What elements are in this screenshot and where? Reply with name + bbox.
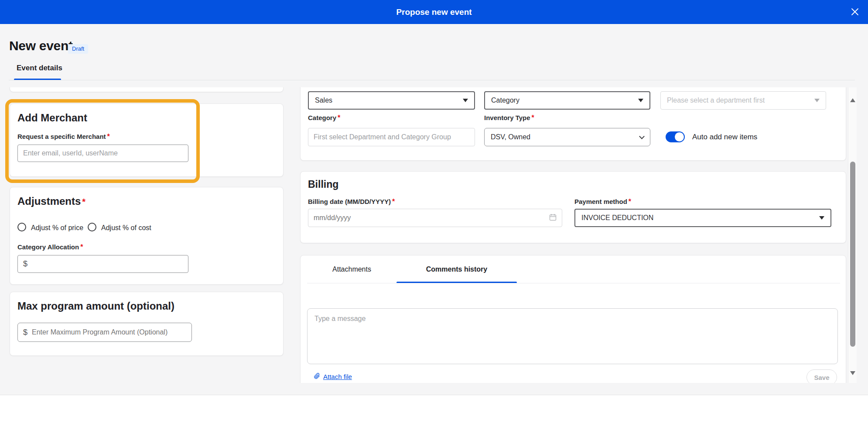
payment-method-label: Payment method xyxy=(574,198,627,205)
department-select-value: Sales xyxy=(315,97,332,104)
chevron-down-icon xyxy=(638,99,643,102)
department-dependent-placeholder: Please select a department first xyxy=(667,97,765,104)
message-textarea[interactable] xyxy=(307,308,838,364)
comments-card-tabs: Attachments Comments history xyxy=(307,255,517,283)
add-merchant-card: Add Merchant Request a specific Merchant… xyxy=(10,103,284,177)
scroll-up-arrow-icon[interactable] xyxy=(850,91,855,95)
auto-add-label: Auto add new items xyxy=(692,133,757,141)
currency-prefix: $ xyxy=(23,259,27,269)
department-select[interactable]: Sales xyxy=(308,91,475,110)
paperclip-icon xyxy=(314,372,320,380)
tab-attachments[interactable]: Attachments xyxy=(307,255,396,283)
close-icon xyxy=(851,8,859,17)
page-title: New event xyxy=(9,38,73,53)
required-asterisk: * xyxy=(392,198,395,205)
calendar-icon[interactable] xyxy=(549,214,557,223)
billing-date-label: Billing date (MM/DD/YYYY) xyxy=(308,198,391,205)
billing-date-input[interactable] xyxy=(314,214,549,222)
merchant-label: Request a specific Merchant xyxy=(17,133,106,140)
merchant-input[interactable] xyxy=(17,145,188,162)
category-allocation-field: $ xyxy=(17,255,188,273)
category-label: Category xyxy=(308,114,336,121)
required-asterisk: * xyxy=(80,243,83,251)
radio-adjust-price[interactable] xyxy=(17,223,26,231)
tab-event-details[interactable]: Event details xyxy=(17,64,62,72)
inventory-type-select[interactable]: DSV, Owned xyxy=(484,128,650,146)
max-program-card: Max program amount (optional) $ xyxy=(10,292,284,356)
max-program-field: $ xyxy=(17,323,192,342)
radio-adjust-cost-label: Adjust % of cost xyxy=(101,224,151,232)
category-group-select[interactable]: Category xyxy=(484,91,650,110)
max-program-input[interactable] xyxy=(32,328,186,336)
inventory-type-value: DSV, Owned xyxy=(491,133,530,141)
chevron-down-icon xyxy=(639,134,645,139)
attach-file-link[interactable]: Attach file xyxy=(314,372,352,380)
tab-divider xyxy=(9,80,855,80)
department-dependent-select[interactable]: Please select a department first xyxy=(660,91,826,110)
category-group-select-value: Category xyxy=(491,97,519,104)
radio-adjust-price-label: Adjust % of price xyxy=(31,224,83,232)
classification-card: Sales Category Please select a departmen… xyxy=(300,87,846,161)
chevron-down-icon xyxy=(814,99,820,102)
status-badge: Draft xyxy=(68,44,88,54)
toggle-knob xyxy=(675,132,684,141)
payment-method-select[interactable]: INVOICE DEDUCTION xyxy=(574,209,831,227)
modal-title: Propose new event xyxy=(396,7,472,17)
required-asterisk: * xyxy=(82,197,85,207)
attach-file-label: Attach file xyxy=(323,373,352,380)
adjustments-card: Adjustments* Adjust % of price Adjust % … xyxy=(10,187,284,285)
radio-adjust-cost[interactable] xyxy=(88,223,96,231)
comments-card: Attachments Comments history Attach file… xyxy=(300,255,846,383)
billing-title: Billing xyxy=(308,179,338,190)
form-scroll-area: Add Merchant Request a specific Merchant… xyxy=(0,87,868,383)
modal-titlebar: Propose new event xyxy=(0,0,868,24)
vertical-scrollbar xyxy=(848,87,857,383)
max-program-title: Max program amount (optional) xyxy=(17,300,174,312)
save-comment-button[interactable]: Save xyxy=(806,369,837,383)
tab-comments-history[interactable]: Comments history xyxy=(396,255,517,283)
clipped-card-top xyxy=(10,87,284,92)
close-button[interactable] xyxy=(848,6,862,18)
adjustments-title: Adjustments xyxy=(17,195,81,207)
inventory-type-label: Inventory Type xyxy=(484,114,530,121)
payment-method-value: INVOICE DEDUCTION xyxy=(581,214,653,222)
billing-card: Billing Billing date (MM/DD/YYYY)* Payme… xyxy=(300,171,846,243)
footer-action-bar: Select items Save draft Submit for revie… xyxy=(0,395,868,424)
category-input[interactable] xyxy=(308,128,475,146)
tabs-divider xyxy=(307,283,840,283)
required-asterisk: * xyxy=(338,114,340,121)
required-asterisk: * xyxy=(107,133,110,140)
scroll-down-arrow-icon[interactable] xyxy=(850,375,855,379)
category-allocation-label: Category Allocation xyxy=(17,243,79,251)
scrollbar-thumb[interactable] xyxy=(850,162,855,347)
required-asterisk: * xyxy=(629,198,631,205)
required-asterisk: * xyxy=(532,114,534,121)
chevron-down-icon xyxy=(819,216,824,220)
currency-prefix: $ xyxy=(23,328,27,337)
category-allocation-input[interactable] xyxy=(32,260,183,268)
add-merchant-title: Add Merchant xyxy=(17,112,87,124)
billing-date-field xyxy=(308,209,562,227)
auto-add-toggle[interactable] xyxy=(666,131,685,142)
chevron-down-icon xyxy=(463,99,468,102)
